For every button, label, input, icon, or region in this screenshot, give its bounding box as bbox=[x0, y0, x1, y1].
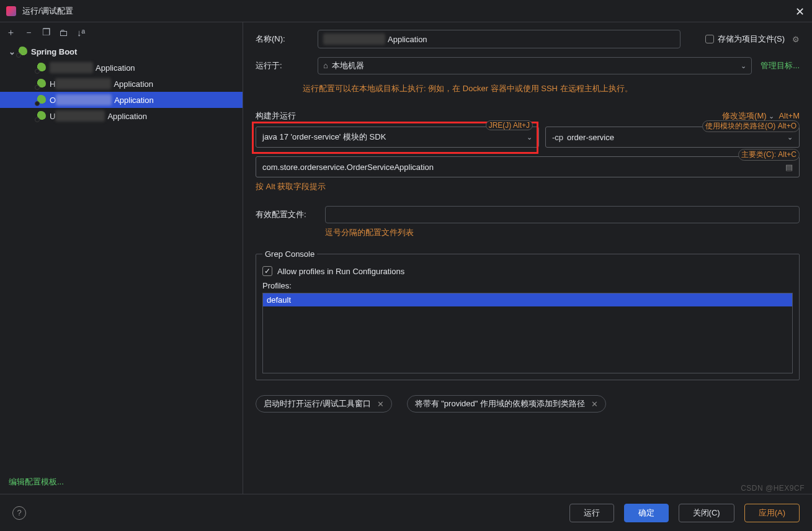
tree-item-selected[interactable]: O Application bbox=[0, 92, 243, 108]
run-on-hint: 运行配置可以在本地或目标上执行: 例如，在 Docker 容器中或使用 SSH … bbox=[303, 83, 800, 94]
store-as-file-label: 存储为项目文件(S) bbox=[718, 33, 785, 45]
profiles-header: Profiles: bbox=[262, 281, 793, 290]
apply-button[interactable]: 应用(A) bbox=[744, 504, 800, 522]
option-tag-label: 将带有 "provided" 作用域的依赖项添加到类路径 bbox=[415, 398, 585, 409]
tree-item-label: Application bbox=[107, 112, 147, 121]
active-profiles-hint: 逗号分隔的配置文件列表 bbox=[325, 227, 800, 238]
tree-item-label: Application bbox=[114, 79, 153, 89]
jre-value: java 17 'order-service' 模块的 SDK bbox=[262, 132, 386, 143]
manage-targets-link[interactable]: 管理目标... bbox=[761, 60, 800, 71]
close-icon[interactable]: ✕ bbox=[795, 5, 805, 19]
option-tag-label: 启动时打开运行/调试工具窗口 bbox=[264, 398, 371, 409]
redacted bbox=[50, 62, 93, 73]
app-icon bbox=[6, 6, 16, 16]
main-class-input[interactable]: com.store.orderservice.OrderServiceAppli… bbox=[256, 156, 800, 177]
ok-button[interactable]: 确定 bbox=[624, 504, 669, 522]
store-as-file-checkbox[interactable]: 存储为项目文件(S) ⚙ bbox=[705, 33, 800, 45]
classpath-field-hint: 使用模块的类路径(O) Alt+O bbox=[702, 120, 800, 132]
option-tag[interactable]: 启动时打开运行/调试工具窗口 ✕ bbox=[256, 395, 392, 413]
remove-icon[interactable]: － bbox=[24, 27, 33, 38]
sort-icon[interactable]: ↓ª bbox=[77, 27, 85, 38]
allow-profiles-label: Allow profiles in Run Configurations bbox=[277, 267, 404, 276]
run-on-select[interactable]: ⌂本地机器 ⌄ bbox=[318, 57, 752, 74]
spring-boot-icon bbox=[36, 63, 46, 73]
redacted bbox=[55, 78, 111, 89]
redacted bbox=[55, 110, 105, 122]
remove-tag-icon[interactable]: ✕ bbox=[591, 399, 598, 409]
spring-boot-icon bbox=[17, 47, 27, 56]
sidebar: ＋ － ❐ 🗀 ↓ª ⌄ Spring Boot Application H A… bbox=[0, 22, 243, 494]
run-on-value: 本地机器 bbox=[332, 61, 364, 70]
cancel-button[interactable]: 关闭(C) bbox=[679, 504, 734, 522]
tree-item[interactable]: Application bbox=[0, 60, 243, 76]
watermark: CSDN @HEX9CF bbox=[741, 484, 805, 493]
cp-value: order-service bbox=[567, 133, 614, 142]
chevron-down-icon: ⌄ bbox=[741, 62, 746, 70]
allow-profiles-checkbox[interactable]: ✓ Allow profiles in Run Configurations bbox=[262, 266, 793, 276]
tree-item-prefix: H bbox=[50, 79, 55, 89]
browse-icon[interactable]: ▤ bbox=[785, 163, 793, 172]
run-on-label: 运行于: bbox=[256, 60, 318, 71]
spring-boot-icon bbox=[36, 111, 46, 121]
dialog-footer: ? 运行 确定 关闭(C) 应用(A) bbox=[0, 494, 812, 531]
grep-legend: Grep Console bbox=[262, 249, 317, 259]
config-tree: ⌄ Spring Boot Application H Application … bbox=[0, 42, 243, 470]
window-title: 运行/调试配置 bbox=[22, 6, 73, 17]
copy-icon[interactable]: ❐ bbox=[42, 27, 50, 38]
option-tag[interactable]: 将带有 "provided" 作用域的依赖项添加到类路径 ✕ bbox=[407, 395, 606, 413]
profiles-list-item[interactable]: default bbox=[263, 293, 792, 306]
build-and-run-label: 构建并运行 bbox=[256, 110, 296, 122]
add-icon[interactable]: ＋ bbox=[6, 27, 16, 38]
tree-item-label: Application bbox=[96, 63, 135, 73]
cp-flag: -cp bbox=[552, 133, 563, 142]
tree-group-label: Spring Boot bbox=[31, 47, 77, 56]
remove-tag-icon[interactable]: ✕ bbox=[377, 399, 384, 409]
tree-item-prefix: U bbox=[50, 112, 55, 121]
tree-item[interactable]: U Application bbox=[0, 108, 243, 124]
spring-boot-icon bbox=[36, 95, 46, 105]
tree-group-spring-boot[interactable]: ⌄ Spring Boot bbox=[0, 43, 243, 60]
jre-field-hint: JRE(J) Alt+J bbox=[486, 120, 533, 130]
main-class-field-hint: 主要类(C): Alt+C bbox=[738, 149, 800, 161]
titlebar: 运行/调试配置 ✕ bbox=[0, 0, 812, 22]
spring-boot-icon bbox=[36, 79, 46, 89]
alt-hint: 按 Alt 获取字段提示 bbox=[256, 181, 800, 192]
sidebar-toolbar: ＋ － ❐ 🗀 ↓ª bbox=[0, 22, 243, 42]
tree-item-prefix: O bbox=[50, 96, 56, 105]
tree-item-label: Application bbox=[114, 96, 154, 105]
chevron-down-icon: ⌄ bbox=[787, 133, 793, 141]
active-profiles-input[interactable] bbox=[325, 206, 800, 223]
content-panel: 名称(N): Application 存储为项目文件(S) ⚙ 运行于: ⌂本地… bbox=[243, 22, 812, 494]
redacted bbox=[323, 33, 385, 45]
chevron-down-icon: ⌄ bbox=[527, 133, 532, 141]
name-input[interactable]: Application bbox=[318, 30, 680, 48]
profiles-list[interactable]: default bbox=[262, 293, 793, 373]
active-profiles-label: 有效配置文件: bbox=[256, 209, 318, 220]
run-button[interactable]: 运行 bbox=[569, 504, 614, 522]
help-icon[interactable]: ? bbox=[12, 506, 26, 520]
redacted bbox=[56, 94, 112, 105]
grep-console-group: Grep Console ✓ Allow profiles in Run Con… bbox=[256, 249, 800, 380]
gear-icon[interactable]: ⚙ bbox=[792, 35, 800, 44]
main-class-value: com.store.orderservice.OrderServiceAppli… bbox=[262, 163, 434, 172]
name-label: 名称(N): bbox=[256, 33, 318, 45]
tree-item[interactable]: H Application bbox=[0, 76, 243, 92]
name-suffix: Application bbox=[388, 35, 427, 44]
edit-templates-link[interactable]: 编辑配置模板... bbox=[0, 470, 243, 494]
checkbox-icon bbox=[705, 35, 714, 43]
checkbox-checked-icon: ✓ bbox=[262, 266, 272, 276]
home-icon: ⌂ bbox=[323, 61, 328, 70]
save-template-icon[interactable]: 🗀 bbox=[59, 27, 68, 38]
